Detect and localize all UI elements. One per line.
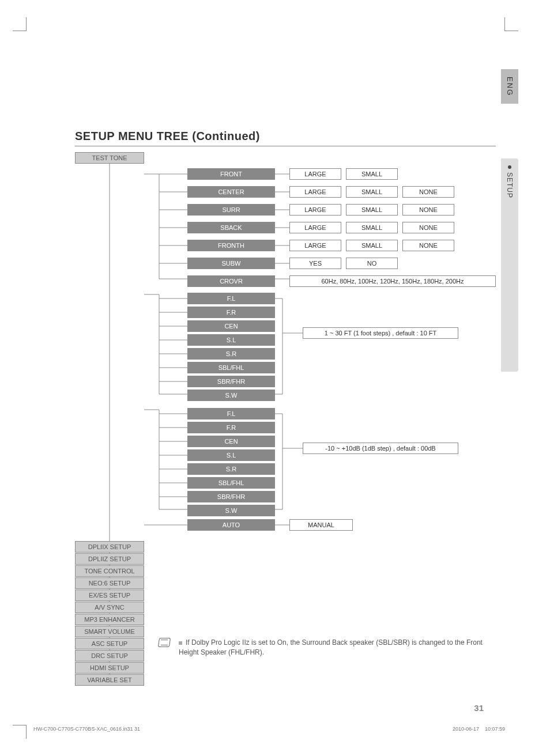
option: SMALL — [346, 222, 398, 233]
menu-item: EX/ES SETUP — [75, 589, 144, 601]
option: NONE — [402, 186, 454, 198]
page-title: SETUP MENU TREE (Continued) — [75, 130, 260, 143]
menu-item: ASC SETUP — [75, 638, 144, 649]
option: LARGE — [289, 186, 341, 198]
footer-time: 10:07:59 — [485, 726, 505, 732]
spk-size-param: SBACK — [187, 222, 275, 233]
option: LARGE — [289, 222, 341, 233]
channel: SBR/FHR — [187, 491, 275, 502]
channel: SBL/FHL — [187, 477, 275, 489]
spk-size-param: CENTER — [187, 186, 275, 198]
option: NONE — [402, 222, 454, 233]
option: SMALL — [346, 240, 398, 251]
channel: S.R — [187, 463, 275, 475]
channel: CEN — [187, 320, 275, 332]
option: SMALL — [346, 204, 398, 216]
menu-item: TONE CONTROL — [75, 565, 144, 577]
channel: S.L — [187, 449, 275, 461]
spk-size-param: FRONT — [187, 168, 275, 180]
menu-item: MP3 ENHANCER — [75, 614, 144, 625]
menu-item: A/V SYNC — [75, 602, 144, 613]
level-range: -10 ~ +10dB (1dB step) , default : 00dB — [303, 443, 458, 454]
spk-size-param: CROVR — [187, 275, 275, 287]
note-icon — [158, 638, 171, 647]
crop-mark — [13, 725, 27, 739]
menu-item: DPLIIX SETUP — [75, 541, 144, 553]
spk-size-param: SURR — [187, 204, 275, 216]
channel: F.R — [187, 422, 275, 433]
menu-item: DRC SETUP — [75, 650, 144, 662]
channel: S.W — [187, 505, 275, 516]
title-rule — [75, 146, 496, 146]
test-tone-value: AUTO — [187, 519, 275, 531]
channel: F.L — [187, 293, 275, 304]
footer-file: HW-C700-C770S-C770BS-XAC_0616.in31 31 — [33, 726, 140, 732]
distance-range: 1 ~ 30 FT (1 foot steps) , default : 10 … — [303, 327, 458, 339]
option: LARGE — [289, 168, 341, 180]
channel: S.W — [187, 390, 275, 401]
channel: SBR/FHR — [187, 376, 275, 387]
test-tone-opt: MANUAL — [289, 519, 353, 531]
menu-test-tone: TEST TONE — [75, 152, 144, 164]
channel: SBL/FHL — [187, 362, 275, 373]
language-tab: ENG — [501, 69, 518, 104]
menu-item: DPLIIZ SETUP — [75, 553, 144, 565]
option: SMALL — [346, 186, 398, 198]
option: YES — [289, 258, 341, 269]
channel: F.R — [187, 307, 275, 318]
option: NONE — [402, 240, 454, 251]
menu-item: SMART VOLUME — [75, 626, 144, 637]
menu-item: HDMI SETUP — [75, 662, 144, 674]
channel: F.L — [187, 408, 275, 419]
footnote: If Dolby Pro Logic IIz is set to On, the… — [179, 638, 502, 657]
option: NONE — [402, 204, 454, 216]
option: NO — [346, 258, 398, 269]
spk-size-param: FRONTH — [187, 240, 275, 251]
option-list: 60Hz, 80Hz, 100Hz, 120Hz, 150Hz, 180Hz, … — [289, 275, 496, 287]
footer: HW-C700-C770S-C770BS-XAC_0616.in31 31 20… — [33, 726, 505, 732]
channel: S.L — [187, 334, 275, 346]
section-tab: SETUP — [501, 158, 518, 372]
menu-item: VARIABLE SET — [75, 674, 144, 686]
crop-mark — [13, 17, 27, 31]
option: LARGE — [289, 204, 341, 216]
spk-size-param: SUBW — [187, 258, 275, 269]
option: LARGE — [289, 240, 341, 251]
menu-item: NEO:6 SETUP — [75, 577, 144, 589]
crop-mark — [504, 17, 518, 31]
page-number: 31 — [474, 703, 484, 713]
option: SMALL — [346, 168, 398, 180]
channel: CEN — [187, 436, 275, 447]
channel: S.R — [187, 348, 275, 360]
footer-date: 2010-06-17 — [453, 726, 479, 732]
